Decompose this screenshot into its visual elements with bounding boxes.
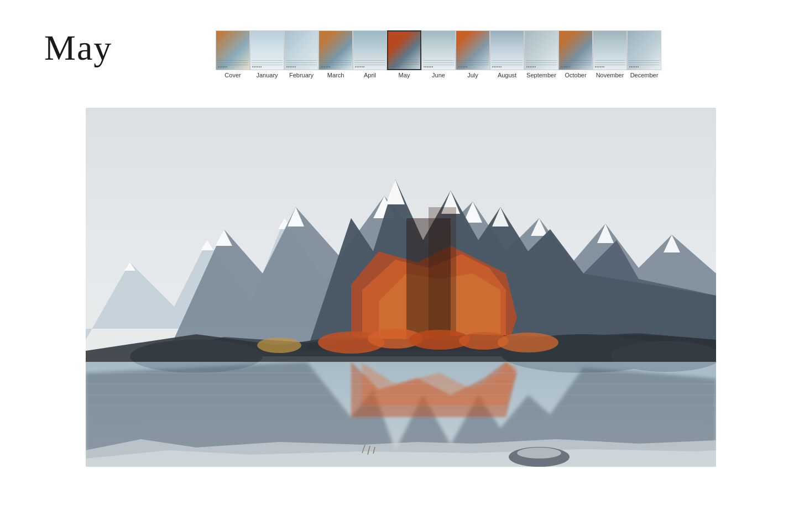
thumbnail-img-january bbox=[250, 30, 284, 70]
thumbnail-label-january: January bbox=[256, 72, 278, 78]
thumbnail-label-may: May bbox=[399, 72, 410, 78]
thumbnail-june[interactable]: June bbox=[421, 30, 456, 78]
thumbnail-img-july bbox=[456, 30, 490, 70]
thumbnail-february[interactable]: February bbox=[284, 30, 318, 78]
thumbnail-img-december bbox=[627, 30, 661, 70]
thumbnail-img-september bbox=[524, 30, 558, 70]
thumbnail-label-november: November bbox=[596, 72, 624, 78]
thumbnail-october[interactable]: October bbox=[558, 30, 593, 78]
main-image bbox=[86, 108, 716, 467]
thumbnail-label-september: September bbox=[526, 72, 556, 78]
thumbnail-img-june bbox=[421, 30, 456, 70]
svg-rect-57 bbox=[86, 108, 716, 467]
thumbnails-row: CoverJanuaryFebruaryMarchAprilMayJuneJul… bbox=[216, 30, 661, 78]
thumbnail-label-october: October bbox=[565, 72, 586, 78]
thumbnail-img-february bbox=[284, 30, 318, 70]
thumbnail-may[interactable]: May bbox=[387, 30, 421, 78]
title-area: May bbox=[44, 28, 112, 69]
thumbnail-img-may bbox=[387, 30, 421, 70]
thumbnail-august[interactable]: August bbox=[490, 30, 524, 78]
thumbnail-label-march: March bbox=[327, 72, 344, 78]
thumbnail-april[interactable]: April bbox=[353, 30, 387, 78]
thumbnail-july[interactable]: July bbox=[456, 30, 490, 78]
thumbnail-november[interactable]: November bbox=[593, 30, 627, 78]
thumbnail-september[interactable]: September bbox=[524, 30, 558, 78]
thumbnail-january[interactable]: January bbox=[250, 30, 284, 78]
thumbnail-label-cover: Cover bbox=[224, 72, 241, 78]
month-title: May bbox=[44, 28, 112, 67]
thumbnail-label-august: August bbox=[498, 72, 516, 78]
thumbnail-december[interactable]: December bbox=[627, 30, 661, 78]
thumbnail-cover[interactable]: Cover bbox=[216, 30, 250, 78]
thumbnail-label-july: July bbox=[467, 72, 478, 78]
thumbnail-march[interactable]: March bbox=[318, 30, 353, 78]
thumbnail-strip: CoverJanuaryFebruaryMarchAprilMayJuneJul… bbox=[216, 30, 661, 78]
thumbnail-img-november bbox=[593, 30, 627, 70]
thumbnail-img-april bbox=[353, 30, 387, 70]
thumbnail-img-october bbox=[558, 30, 593, 70]
thumbnail-img-august bbox=[490, 30, 524, 70]
thumbnail-img-march bbox=[318, 30, 353, 70]
thumbnail-label-february: February bbox=[289, 72, 314, 78]
thumbnail-label-june: June bbox=[432, 72, 445, 78]
thumbnail-label-april: April bbox=[364, 72, 376, 78]
thumbnail-label-december: December bbox=[630, 72, 659, 78]
thumbnail-img-cover bbox=[216, 30, 250, 70]
